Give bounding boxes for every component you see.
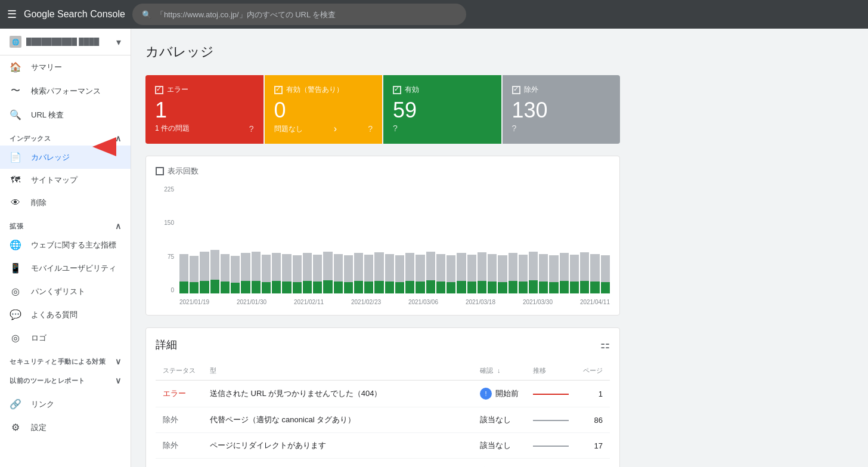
security-section-chevron[interactable]: ∨	[115, 357, 122, 366]
col-confirm[interactable]: 確認 ↓	[473, 361, 526, 381]
sidebar-label-url-inspection: URL 検査	[31, 110, 64, 120]
bar-group	[436, 186, 445, 293]
main-content: カバレッジ エラー 1 1 件の問題 ? 有効（警告あり）	[131, 29, 634, 467]
mobile-icon: 📱	[10, 262, 21, 274]
bar-green	[570, 282, 579, 293]
bar-group	[395, 186, 404, 293]
home-icon: 🏠	[10, 61, 21, 73]
property-selector[interactable]: 🌐 ██████████ ████ ▾	[0, 29, 131, 55]
filter-icon[interactable]: ⚏	[600, 338, 610, 351]
bar-gray	[467, 255, 476, 282]
sidebar-item-sitemap[interactable]: 🗺 サイトマップ	[0, 169, 131, 191]
bar-green	[426, 280, 435, 293]
bar-gray	[601, 255, 610, 282]
bar-gray	[313, 255, 322, 282]
bar-gray	[179, 254, 188, 282]
details-table: ステータス 型 確認 ↓ 推移 ページ エラー送信された URL が見つかりませ…	[156, 361, 610, 467]
property-name: ██████████ ████	[26, 38, 111, 46]
search-input[interactable]	[156, 10, 457, 19]
y-label-150: 150	[164, 219, 174, 226]
bar-green	[405, 281, 414, 293]
table-row[interactable]: 除外代替ページ（適切な canonical タグあり）該当なし86	[156, 407, 610, 433]
cell-confirm: !開始前	[473, 381, 526, 407]
sidebar-item-search-performance[interactable]: 〜 検索パフォーマンス	[0, 79, 131, 103]
bar-green	[416, 282, 424, 293]
excluded-checkbox[interactable]	[512, 86, 520, 94]
sidebar-item-url-inspection[interactable]: 🔍 URL 検査	[0, 103, 131, 126]
valid-checkbox[interactable]	[393, 86, 401, 94]
sidebar-label-sitemap: サイトマップ	[31, 175, 78, 185]
header: ☰ Google Search Console 🔍	[0, 0, 868, 29]
bar-green	[200, 281, 209, 293]
cell-confirm: 該当なし	[473, 433, 526, 459]
bar-group	[190, 186, 199, 293]
chart-checkbox[interactable]	[156, 167, 164, 175]
table-row[interactable]: 除外見つかりませんでした（404）該当なし15	[156, 459, 610, 468]
bar-green	[344, 282, 353, 293]
section-header-legacy: 以前のツールとレポート ∨	[0, 369, 131, 388]
excluded-help-icon[interactable]: ?	[512, 123, 517, 133]
table-row[interactable]: エラー送信された URL が見つかりませんでした（404）!開始前1	[156, 381, 610, 407]
y-label-0: 0	[170, 287, 174, 293]
bar-green	[221, 282, 230, 293]
valid-help-icon[interactable]: ?	[393, 123, 398, 133]
bar-green	[272, 281, 281, 293]
sidebar-label-summary: サマリー	[31, 62, 62, 73]
sidebar-item-web-vitals[interactable]: 🌐 ウェブに関する主な指標	[0, 233, 131, 256]
error-checkbox[interactable]	[155, 86, 163, 94]
bar-group	[519, 186, 528, 293]
chart-header: 表示回数	[156, 166, 610, 177]
bar-green	[590, 282, 599, 293]
sidebar-item-removal[interactable]: 👁 削除	[0, 191, 131, 214]
x-label: 2021/01/30	[237, 299, 266, 305]
sidebar-label-breadcrumb: パンくずリスト	[31, 286, 85, 297]
status-card-valid[interactable]: 有効 59 ?	[383, 75, 501, 144]
status-card-warning[interactable]: 有効（警告あり） 0 問題なし › ?	[265, 75, 383, 144]
bar-group	[272, 186, 281, 293]
bar-gray	[364, 255, 373, 282]
bar-group	[354, 186, 363, 293]
bar-gray	[252, 252, 261, 280]
bar-gray	[334, 254, 343, 282]
legacy-section-chevron[interactable]: ∨	[115, 376, 122, 385]
sidebar-item-breadcrumb[interactable]: ◎ パンくずリスト	[0, 280, 131, 303]
enhancement-section-chevron[interactable]: ∧	[115, 221, 122, 231]
cell-type: 代替ページ（適切な canonical タグあり）	[203, 407, 473, 433]
status-label: エラー	[163, 389, 186, 398]
status-card-excluded[interactable]: 除外 130 ?	[503, 75, 621, 144]
warning-help-icon[interactable]: ?	[368, 124, 373, 134]
sidebar-item-logo[interactable]: ◎ ロゴ	[0, 326, 131, 350]
sidebar-item-mobile[interactable]: 📱 モバイルユーザビリティ	[0, 256, 131, 280]
warning-desc: 問題なし	[274, 124, 303, 134]
sidebar-item-links[interactable]: 🔗 リンク	[0, 392, 131, 416]
bar-green	[549, 282, 558, 293]
sidebar-item-settings[interactable]: ⚙ 設定	[0, 416, 131, 439]
cell-type: 送信された URL が見つかりませんでした（404）	[203, 381, 473, 407]
error-help-icon[interactable]: ?	[249, 124, 254, 134]
section-header-security: セキュリティと手動による対策 ∨	[0, 350, 131, 369]
bar-gray	[374, 252, 383, 281]
confirm-text: 該当なし	[480, 440, 511, 451]
warning-checkbox[interactable]	[274, 86, 283, 94]
sidebar-item-faq[interactable]: 💬 よくある質問	[0, 303, 131, 326]
sidebar-item-summary[interactable]: 🏠 サマリー	[0, 55, 131, 79]
table-row[interactable]: 除外ページにリダイレクトがあります該当なし17	[156, 433, 610, 459]
x-label: 2021/01/19	[179, 299, 209, 305]
layout: 🌐 ██████████ ████ ▾ 🏠 サマリー 〜 検索パフォーマンス 🔍…	[0, 29, 868, 467]
sidebar-label-search-performance: 検索パフォーマンス	[31, 86, 101, 97]
x-label: 2021/03/18	[466, 299, 495, 305]
faq-icon: 💬	[10, 309, 21, 320]
bar-green	[519, 282, 528, 293]
excluded-label: 除外	[524, 85, 538, 95]
chart-checkbox-label[interactable]: 表示回数	[156, 166, 199, 177]
warning-arrow-icon[interactable]: ›	[334, 123, 337, 134]
settings-icon: ⚙	[10, 422, 21, 433]
details-header: 詳細 ⚏	[156, 338, 610, 352]
chart-area: 225 150 75 0 2021/01/192021/01/302021/02…	[156, 186, 610, 305]
bar-green	[231, 283, 240, 293]
sidebar: 🌐 ██████████ ████ ▾ 🏠 サマリー 〜 検索パフォーマンス 🔍…	[0, 29, 131, 467]
bar-gray	[231, 256, 240, 282]
menu-icon[interactable]: ☰	[7, 8, 17, 21]
y-axis: 225 150 75 0	[156, 186, 176, 293]
status-card-error[interactable]: エラー 1 1 件の問題 ?	[145, 75, 264, 144]
